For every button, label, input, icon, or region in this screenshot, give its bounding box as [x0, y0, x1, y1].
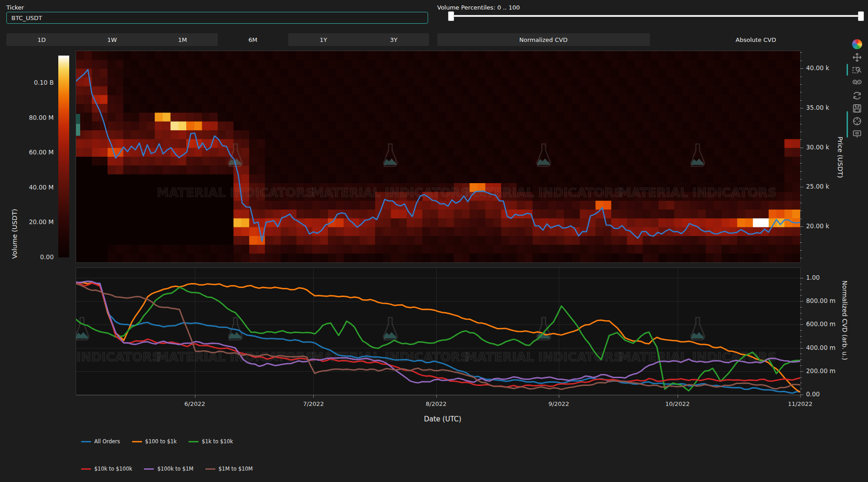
cvd-axis-minor-tick: [800, 359, 802, 360]
modebar-active-indicator-zoom: [847, 64, 848, 76]
price-axis-minor-tick: [800, 163, 802, 164]
ticker-input[interactable]: [6, 12, 428, 24]
cvd-axis-tick-label: 200.00 m: [806, 367, 836, 374]
zoom-in-out-icon[interactable]: [852, 77, 863, 88]
slider-handle-high[interactable]: [858, 11, 864, 21]
colorbar-tick-label: 0.10 B: [18, 79, 54, 86]
legend-label: All Orders: [94, 438, 120, 445]
cvd-axis-tick: [800, 348, 803, 349]
cvd-axis-tick-label: 800.00 m: [806, 297, 836, 304]
legend-color-dash: [81, 468, 91, 470]
x-axis-title: Date (UTC): [406, 415, 479, 423]
cvd-axis-tick-label: 600.00 m: [806, 320, 836, 328]
price-axis-tick: [800, 148, 803, 148]
range-button-1y[interactable]: 1Y: [288, 33, 359, 46]
percentile-range-slider[interactable]: [450, 15, 862, 17]
price-axis-minor-tick: [800, 132, 802, 132]
volume-percentiles-label: Volume Percentiles: 0 .. 100: [437, 4, 520, 11]
legend-label: $100 to $1k: [145, 438, 177, 445]
range-button-1m[interactable]: 1M: [147, 33, 218, 46]
x-axis-tick: [678, 395, 678, 398]
cvd-axis-tick-label: 1.00: [806, 274, 820, 281]
x-axis-tick: [800, 395, 801, 398]
crosshair-icon[interactable]: [852, 116, 863, 127]
legend-item-all-orders[interactable]: All Orders: [81, 438, 120, 445]
price-axis-minor-tick: [800, 179, 802, 179]
legend-item--100k-to-1m[interactable]: $100k to $1M: [144, 466, 193, 472]
price-axis-tick: [800, 108, 803, 108]
x-axis-tick-label: 11/2022: [786, 400, 815, 407]
price-axis-tick-label: 30.00 k: [806, 144, 829, 151]
cvd-axis-title: Normalized CVD (arb. u.): [841, 275, 848, 366]
legend-item--10k-to-100k[interactable]: $10k to $100k: [81, 466, 132, 472]
x-axis-tick-label: 6/2022: [180, 400, 209, 407]
cvd-axis-tick-label: 400.00 m: [806, 344, 836, 351]
cvd-axis-minor-tick: [800, 336, 802, 337]
modebar-active-indicator-hover: [847, 111, 848, 138]
range-button-1w[interactable]: 1W: [77, 33, 148, 46]
price-axis-minor-tick: [800, 84, 802, 85]
cvd-axis-minor-tick: [800, 319, 802, 319]
hover-tooltip-icon[interactable]: [852, 128, 863, 139]
cvd-axis-minor-tick: [800, 295, 802, 296]
cvd-axis-tick: [800, 324, 803, 325]
x-axis-line: [76, 395, 800, 395]
price-axis-minor-tick: [800, 234, 802, 235]
legend-color-dash: [144, 468, 154, 470]
legend-row-1: All Orders$100 to $1k$1k to $10k: [81, 438, 245, 445]
cvd-axis-minor-tick: [800, 290, 802, 290]
colorbar-tick-label: 20.00 M: [18, 218, 54, 226]
save-icon[interactable]: [852, 103, 863, 114]
colorbar-tick-label: 40.00 M: [18, 184, 54, 191]
legend-item--1m-to-10m[interactable]: $1M to $10M: [205, 466, 253, 472]
x-axis-tick-label: 8/2022: [422, 400, 451, 407]
range-button-3y[interactable]: 3Y: [358, 33, 429, 46]
cvd-axis-tick-label: 0.00: [806, 390, 820, 398]
x-axis-tick: [195, 395, 195, 398]
cvd-axis-minor-tick: [800, 365, 802, 366]
pan-icon[interactable]: [852, 52, 863, 63]
cvd-button-normalized-cvd[interactable]: Normalized CVD: [437, 33, 650, 46]
price-axis-tick-label: 40.00 k: [806, 64, 829, 72]
plotly-logo-icon[interactable]: [852, 39, 862, 49]
cvd-button-absolute-cvd[interactable]: Absolute CVD: [650, 33, 863, 46]
legend-item--1k-to-10k[interactable]: $1k to $10k: [189, 438, 233, 445]
x-axis-tick-label: 7/2022: [299, 400, 328, 407]
cvd-axis-minor-tick: [800, 377, 802, 378]
cvd-axis-tick: [800, 301, 803, 302]
legend-color-dash: [81, 441, 91, 442]
x-axis-tick: [313, 395, 314, 398]
legend-color-dash: [132, 441, 142, 442]
box-zoom-icon[interactable]: [852, 65, 863, 76]
colorbar-tick-label: 0.00: [18, 253, 54, 261]
price-axis-minor-tick: [800, 52, 802, 53]
price-axis-title: Price (USDT): [837, 132, 844, 182]
price-axis-minor-tick: [800, 258, 802, 258]
volume-axis-title: Volume (USDT): [11, 213, 18, 259]
cvd-axis-tick: [800, 278, 803, 278]
price-axis-tick-label: 25.00 k: [806, 183, 829, 190]
cvd-axis-minor-tick: [800, 284, 802, 284]
cvd-lines-canvas[interactable]: [76, 268, 800, 395]
cvd-axis-minor-tick: [800, 389, 802, 389]
price-heatmap-canvas[interactable]: [76, 51, 800, 262]
cvd-axis-tick: [800, 371, 803, 372]
range-button-6m[interactable]: 6M: [218, 33, 288, 46]
legend-item--100-to-1k[interactable]: $100 to $1k: [132, 438, 177, 445]
cvd-axis-minor-tick: [800, 354, 802, 354]
legend-label: $1k to $10k: [202, 438, 233, 445]
price-axis-minor-tick: [800, 61, 802, 61]
price-axis-minor-tick: [800, 77, 802, 77]
legend-label: $100k to $1M: [157, 466, 193, 472]
price-axis-minor-tick: [800, 92, 802, 92]
slider-handle-low[interactable]: [448, 11, 454, 21]
price-axis-minor-tick: [800, 124, 802, 124]
price-axis-minor-tick: [800, 210, 802, 211]
price-axis-minor-tick: [800, 195, 802, 195]
time-range-button-group: 1D1W1M6M1Y3Y: [6, 33, 429, 46]
ticker-label: Ticker: [6, 4, 24, 11]
range-button-1d[interactable]: 1D: [6, 33, 77, 46]
cvd-axis-minor-tick: [800, 383, 802, 383]
reset-axes-icon[interactable]: [852, 90, 863, 101]
price-axis-minor-tick: [800, 155, 802, 156]
